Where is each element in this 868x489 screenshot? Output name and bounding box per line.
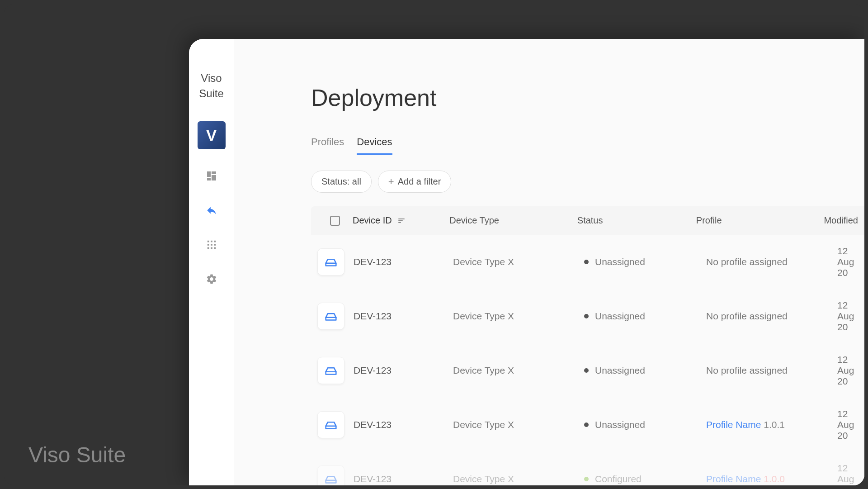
status-cell: Unassigned	[584, 256, 706, 267]
svg-rect-6	[214, 241, 216, 242]
svg-rect-8	[211, 244, 212, 246]
sidebar: Viso Suite V	[189, 39, 234, 485]
col-device-id-label: Device ID	[353, 215, 392, 226]
sidebar-title-line2: Suite	[199, 87, 224, 100]
profile-cell: No profile assigned	[706, 311, 837, 322]
reply-icon[interactable]	[205, 204, 218, 217]
device-id-cell: DEV-123	[354, 419, 453, 430]
device-type-cell: Device Type X	[453, 365, 584, 376]
device-type-cell: Device Type X	[453, 256, 584, 267]
profile-version: 1.0.0	[764, 474, 785, 484]
svg-rect-2	[212, 175, 216, 180]
table-body: DEV-123Device Type XUnassignedNo profile…	[311, 235, 864, 485]
table-row[interactable]: DEV-123Device Type XUnassignedNo profile…	[311, 235, 864, 289]
table-header: Device ID Device Type Status Profile Mod…	[311, 206, 864, 235]
device-icon	[317, 411, 344, 438]
grid-icon[interactable]	[205, 238, 218, 251]
profile-text: No profile assigned	[706, 311, 788, 321]
status-text: Unassigned	[595, 256, 645, 267]
sort-icon	[398, 218, 405, 223]
device-id-cell: DEV-123	[354, 256, 453, 267]
col-header-device-type[interactable]: Device Type	[449, 215, 577, 226]
page-title: Deployment	[311, 84, 864, 111]
tab-devices[interactable]: Devices	[357, 136, 392, 155]
filters: Status: all + Add a filter	[311, 171, 864, 193]
device-id-cell: DEV-123	[354, 365, 453, 376]
profile-cell: Profile Name 1.0.0	[706, 474, 837, 484]
modified-cell: 12 Aug 20	[837, 354, 858, 387]
status-text: Configured	[595, 474, 642, 484]
device-icon	[317, 303, 344, 330]
status-text: Unassigned	[595, 365, 645, 376]
device-type-cell: Device Type X	[453, 474, 584, 484]
devices-table: Device ID Device Type Status Profile Mod…	[311, 206, 864, 485]
status-text: Unassigned	[595, 419, 645, 430]
add-filter-button[interactable]: + Add a filter	[378, 171, 451, 193]
col-header-profile[interactable]: Profile	[696, 215, 824, 226]
col-header-device-id[interactable]: Device ID	[353, 215, 449, 226]
filter-status[interactable]: Status: all	[311, 171, 372, 193]
svg-rect-12	[214, 247, 216, 249]
table-row[interactable]: DEV-123Device Type XUnassignedNo profile…	[311, 343, 864, 398]
status-dot	[584, 368, 589, 373]
svg-rect-5	[211, 241, 212, 242]
svg-rect-11	[211, 247, 212, 249]
svg-rect-10	[207, 247, 209, 249]
status-dot	[584, 314, 589, 318]
device-type-cell: Device Type X	[453, 311, 584, 322]
device-type-cell: Device Type X	[453, 419, 584, 430]
modified-cell: 12 Aug 20	[837, 246, 858, 278]
svg-rect-3	[207, 178, 211, 180]
main-content: Deployment Profiles Devices Status: all …	[234, 39, 864, 485]
background-app-label: Viso Suite	[28, 442, 126, 467]
device-icon-cell	[317, 303, 354, 330]
tab-profiles[interactable]: Profiles	[311, 136, 344, 155]
svg-rect-1	[212, 171, 216, 174]
status-cell: Configured	[584, 474, 706, 484]
col-header-modified[interactable]: Modified	[824, 215, 858, 226]
profile-link[interactable]: Profile Name	[706, 474, 761, 484]
modified-cell: 12 Aug 20	[837, 408, 858, 441]
device-icon	[317, 248, 344, 275]
status-cell: Unassigned	[584, 365, 706, 376]
sidebar-title: Viso Suite	[199, 71, 224, 101]
device-icon	[317, 465, 344, 485]
status-dot	[584, 423, 589, 427]
table-row[interactable]: DEV-123Device Type XConfiguredProfile Na…	[311, 452, 864, 485]
profile-cell: No profile assigned	[706, 256, 837, 267]
status-text: Unassigned	[595, 311, 645, 322]
col-header-status[interactable]: Status	[577, 215, 696, 226]
dashboard-icon[interactable]	[205, 170, 218, 182]
profile-link[interactable]: Profile Name	[706, 419, 761, 430]
device-icon-cell	[317, 411, 354, 438]
device-icon-cell	[317, 248, 354, 275]
status-cell: Unassigned	[584, 311, 706, 322]
table-row[interactable]: DEV-123Device Type XUnassignedProfile Na…	[311, 398, 864, 452]
add-filter-label: Add a filter	[398, 176, 441, 187]
device-icon	[317, 357, 344, 384]
sidebar-logo[interactable]: V	[198, 121, 226, 149]
profile-cell: No profile assigned	[706, 365, 837, 376]
select-all-checkbox[interactable]	[330, 216, 340, 226]
device-icon-cell	[317, 357, 354, 384]
app-window: Viso Suite V	[189, 39, 864, 485]
sidebar-title-line1: Viso	[201, 72, 222, 84]
status-dot	[584, 477, 589, 481]
device-id-cell: DEV-123	[354, 311, 453, 322]
svg-rect-4	[207, 241, 209, 242]
profile-version: 1.0.1	[764, 419, 785, 430]
profile-text: No profile assigned	[706, 256, 788, 267]
svg-rect-9	[214, 244, 216, 246]
modified-cell: 12 Aug 20	[837, 300, 858, 332]
filter-status-label: Status: all	[321, 176, 361, 187]
gear-icon[interactable]	[205, 273, 218, 285]
logo-letter: V	[206, 127, 217, 144]
device-icon-cell	[317, 465, 354, 485]
profile-text: No profile assigned	[706, 365, 788, 375]
outer-frame: Viso Suite Viso Suite V	[4, 4, 864, 485]
status-dot	[584, 260, 589, 264]
table-row[interactable]: DEV-123Device Type XUnassignedNo profile…	[311, 289, 864, 343]
status-cell: Unassigned	[584, 419, 706, 430]
profile-cell: Profile Name 1.0.1	[706, 419, 837, 430]
device-id-cell: DEV-123	[354, 474, 453, 484]
